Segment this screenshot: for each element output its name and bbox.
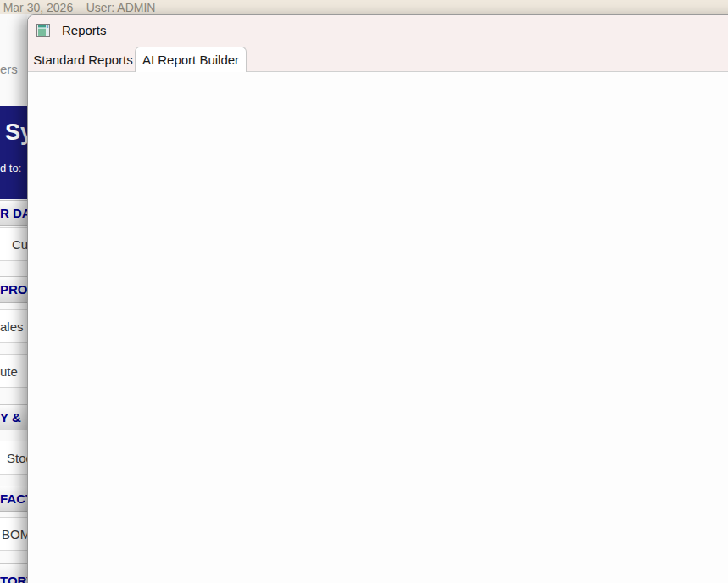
menu-item-bom[interactable]: BOM: [0, 517, 27, 551]
app-banner: Sy d to:: [0, 106, 27, 199]
menu-header-delivery[interactable]: Y &: [0, 404, 27, 430]
menu-item-sales-orders[interactable]: ales O: [0, 309, 27, 343]
menu-header-production[interactable]: PROD: [0, 276, 27, 303]
app-brand-text: Sy: [5, 119, 27, 146]
app-top-bar: n Mar 30, 2026 User: ADMIN: [0, 0, 728, 14]
form-icon: [36, 24, 50, 37]
app-assigned-text: d to:: [0, 162, 21, 175]
menu-item-customers[interactable]: Cust: [0, 227, 27, 261]
tab-strip: Standard Reports AI Report Builder: [28, 46, 728, 71]
menu-fragment-users[interactable]: ers: [0, 62, 18, 76]
menu-header-order-data[interactable]: R DAT: [0, 200, 27, 226]
date-user-status: n Mar 30, 2026 User: ADMIN: [0, 1, 155, 14]
dialog-title-bar[interactable]: Reports: [28, 15, 728, 46]
tab-ai-report-builder[interactable]: AI Report Builder: [135, 47, 247, 72]
dialog-title: Reports: [62, 15, 107, 46]
menu-item-stock[interactable]: Stock: [0, 441, 27, 475]
reports-dialog: Reports Standard Reports AI Report Build…: [27, 14, 728, 583]
background-app-menu: ers Sy d to: R DAT Cust PROD ales O ute …: [0, 14, 27, 583]
menu-header-inventory[interactable]: TORY: [0, 563, 27, 583]
menu-header-manufacturing[interactable]: FACT: [0, 486, 27, 512]
menu-item-routes[interactable]: ute: [0, 354, 27, 388]
tab-standard-reports[interactable]: Standard Reports: [31, 49, 135, 71]
ai-report-builder-panel: [28, 71, 728, 583]
